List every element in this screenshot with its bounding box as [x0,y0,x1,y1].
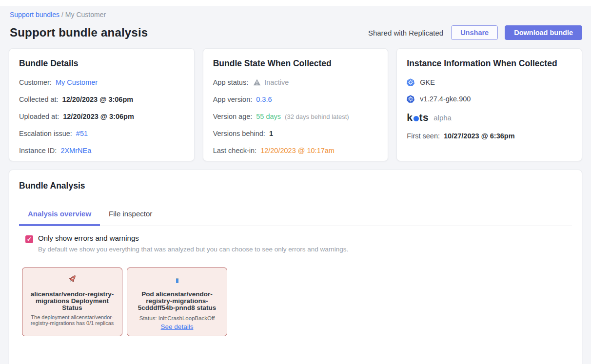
page-header: Support bundle analysis Shared with Repl… [10,25,582,40]
app-version-row: App version: 0.3.6 [213,96,378,103]
kubernetes-icon [407,95,414,103]
tab-analysis-overview[interactable]: Analysis overview [19,205,100,226]
analysis-results: alicenstar/vendor-registry-migrations De… [22,268,572,336]
instance-id-row: Instance ID: 2XMrNEa [19,147,184,154]
app-version-link[interactable]: 0.3.6 [256,96,272,103]
bundle-analysis-title: Bundle Analysis [19,181,572,191]
pod-status-result-card[interactable]: Pod alicenstar/vendor-registry-migration… [127,268,227,336]
first-seen-label: First seen: [407,132,440,140]
shared-status-text: Shared with Replicated [368,29,443,37]
unshare-button[interactable]: Unshare [451,25,498,40]
distribution-row: GKE [407,78,572,86]
tab-file-inspector[interactable]: File inspector [100,205,161,226]
collected-at-value: 12/20/2023 @ 3:06pm [62,96,134,103]
analysis-tabs: Analysis overview File inspector [19,205,572,226]
result-title: alicenstar/vendor-registry-migrations De… [27,291,117,311]
kots-logo-o-dot [414,116,419,121]
versions-behind-value: 1 [269,130,273,137]
version-age-label: Version age: [213,113,253,120]
customer-link[interactable]: My Customer [56,78,98,86]
bundle-details-card: Bundle Details Customer: My Customer Col… [9,48,195,161]
breadcrumb-separator: / [61,11,63,19]
page-title: Support bundle analysis [10,26,148,39]
bundle-analysis-card: Bundle Analysis Analysis overview File i… [9,170,582,364]
instance-info-card: Instance Information When Collected GKE … [396,48,582,161]
uploaded-at-value: 12/20/2023 @ 3:06pm [63,113,134,120]
k8s-version-row: v1.27.4-gke.900 [407,95,572,103]
version-age-row: Version age: 55 days (32 days behind lat… [213,113,378,120]
instance-id-label: Instance ID: [19,147,57,154]
bundle-state-title: Bundle State When Collected [213,58,378,69]
result-detail: The deployment alicenstar/vendor-registr… [27,315,117,326]
first-seen-value: 10/27/2023 @ 6:36pm [444,132,515,140]
result-status: Status: Init:CrashLoopBackOff [132,315,222,321]
warning-icon [253,78,261,86]
version-age-value: 55 days [256,113,281,120]
errors-warnings-description: By default we show you everything that w… [38,246,348,253]
escalation-issue-link[interactable]: #51 [76,130,88,137]
escalation-issue-row: Escalation issue: #51 [19,130,184,137]
instance-info-title: Instance Information When Collected [407,58,572,69]
breadcrumb-support-bundles-link[interactable]: Support bundles [10,11,59,19]
versions-behind-row: Versions behind: 1 [213,130,378,137]
last-checkin-value: 12/20/2023 @ 10:17am [260,147,335,154]
deployment-status-result-card[interactable]: alicenstar/vendor-registry-migrations De… [22,268,122,336]
breadcrumb-current: My Customer [65,11,106,19]
rocket-icon [67,274,78,287]
errors-warnings-filter: ✓ Only show errors and warnings By defau… [25,234,572,253]
download-bundle-button[interactable]: Download bundle [505,25,582,40]
bundle-state-card: Bundle State When Collected App status: … [203,48,389,161]
versions-behind-label: Versions behind: [213,130,265,137]
page: Support bundles/My Customer Support bund… [0,11,591,364]
last-checkin-row: Last check-in: 12/20/2023 @ 10:17am [213,147,378,154]
collected-at-label: Collected at: [19,96,59,103]
breadcrumb: Support bundles/My Customer [10,11,582,19]
instance-id-link[interactable]: 2XMrNEa [60,147,91,154]
kubernetes-icon [407,78,414,86]
app-status-row: App status: Inactive [213,78,378,86]
app-status-value: Inactive [264,78,289,86]
customer-label: Customer: [19,78,52,86]
bundle-details-title: Bundle Details [19,58,184,69]
result-title: Pod alicenstar/vendor-registry-migration… [132,291,222,311]
distribution-value: GKE [420,78,435,86]
see-details-link[interactable]: See details [161,323,194,330]
errors-warnings-checkbox[interactable]: ✓ [25,235,33,243]
errors-warnings-label: Only show errors and warnings [38,234,348,242]
first-seen-row: First seen: 10/27/2023 @ 6:36pm [407,132,572,140]
k8s-version-value: v1.27.4-gke.900 [420,95,471,103]
escalation-issue-label: Escalation issue: [19,130,72,137]
uploaded-at-label: Uploaded at: [19,113,59,120]
uploaded-at-row: Uploaded at: 12/20/2023 @ 3:06pm [19,113,184,120]
kots-logo: kts [407,112,429,123]
version-age-note: (32 days behind latest) [285,113,349,120]
image-icon [176,278,178,283]
customer-row: Customer: My Customer [19,78,184,86]
info-cards-row: Bundle Details Customer: My Customer Col… [9,48,582,161]
kots-channel-badge: alpha [433,114,452,122]
collected-at-row: Collected at: 12/20/2023 @ 3:06pm [19,96,184,103]
top-nav-remnant [0,0,591,6]
last-checkin-label: Last check-in: [213,147,256,154]
app-status-label: App status: [213,78,249,86]
app-version-label: App version: [213,96,253,103]
header-actions: Shared with Replicated Unshare Download … [368,25,582,40]
kots-row: kts alpha [407,112,572,123]
